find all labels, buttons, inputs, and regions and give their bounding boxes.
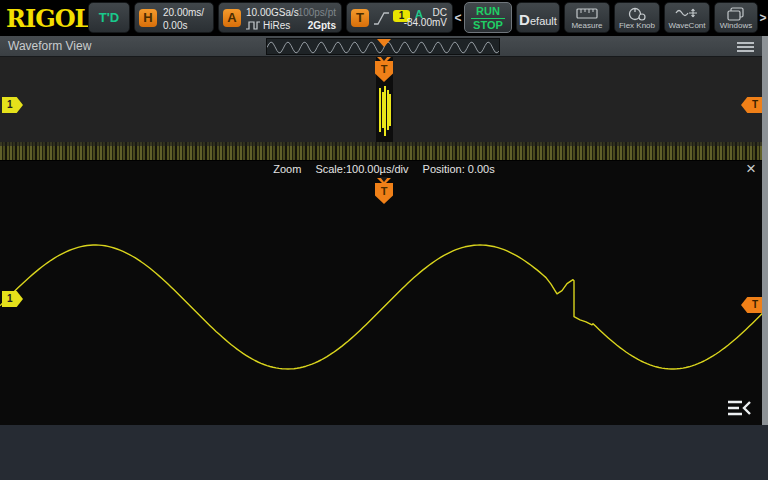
menu-icon[interactable] [737, 42, 754, 54]
square-wave-icon [246, 21, 260, 30]
scrollbar[interactable] [762, 36, 768, 425]
sample-rate: 10.00GSa/s [246, 6, 299, 19]
toolbar-scroll-left[interactable]: < [453, 8, 463, 28]
measure-button[interactable]: Measure [564, 2, 610, 33]
stop-label: STOP [465, 19, 511, 32]
timebase-position: 0.00s [163, 19, 204, 32]
run-stop-button[interactable]: RUN STOP [464, 2, 512, 33]
windows-label: Windows [715, 21, 757, 30]
burst-line [379, 88, 381, 132]
run-label: RUN [471, 4, 505, 19]
wave-icon [665, 6, 709, 21]
default-label: Default [517, 11, 559, 28]
sample-resolution: 100ps/pt [298, 6, 336, 19]
trigger-status-badge: T'D [88, 2, 130, 33]
wavecont-label: WaveCont [665, 21, 709, 30]
overview-position-marker[interactable] [377, 39, 391, 47]
ruler-icon [565, 6, 609, 21]
oscilloscope-screen: RIGOL T'D H 20.00ms/ 0.00s A 10.00GSa/s … [0, 0, 768, 480]
trigger-level: -84.00mV [404, 17, 447, 28]
horizontal-settings-button[interactable]: H 20.00ms/ 0.00s [134, 2, 214, 33]
trigger-icon: T [351, 9, 369, 27]
rising-edge-icon [373, 11, 390, 26]
windows-icon [715, 6, 757, 21]
knob-icon [615, 6, 659, 21]
zoom-waveform-plot [0, 160, 768, 425]
wavecont-button[interactable]: WaveCont [664, 2, 710, 33]
toolbar-scroll-right[interactable]: > [758, 8, 768, 28]
windows-button[interactable]: Windows [714, 2, 758, 33]
collapse-menu-icon[interactable] [726, 398, 756, 418]
default-button[interactable]: Default [516, 2, 560, 33]
view-title: Waveform View [8, 39, 91, 53]
acquisition-mode: HiRes [263, 19, 290, 32]
rigol-logo: RIGOL [6, 4, 90, 33]
flex-knob-label: Flex Knob [615, 21, 659, 30]
measure-label: Measure [565, 21, 609, 30]
burst-line [389, 94, 391, 126]
top-toolbar: RIGOL T'D H 20.00ms/ 0.00s A 10.00GSa/s … [0, 0, 768, 36]
timebase-scale: 20.00ms/ [163, 6, 204, 19]
burst-line [384, 86, 386, 136]
acquisition-icon: A [223, 9, 241, 27]
horizontal-icon: H [139, 9, 157, 27]
flex-knob-button[interactable]: Flex Knob [614, 2, 660, 33]
memory-depth: 2Gpts [298, 19, 336, 32]
bottom-status-bar: ⚙ R CH1 500.00mV/ 0.00V 1X CH2 50.00mV/ … [0, 425, 768, 480]
acquisition-settings-button[interactable]: A 10.00GSa/s HiRes 100ps/pt 2Gpts [218, 2, 342, 33]
trigger-settings-button[interactable]: T 1 A DC -84.00mV [346, 2, 453, 33]
